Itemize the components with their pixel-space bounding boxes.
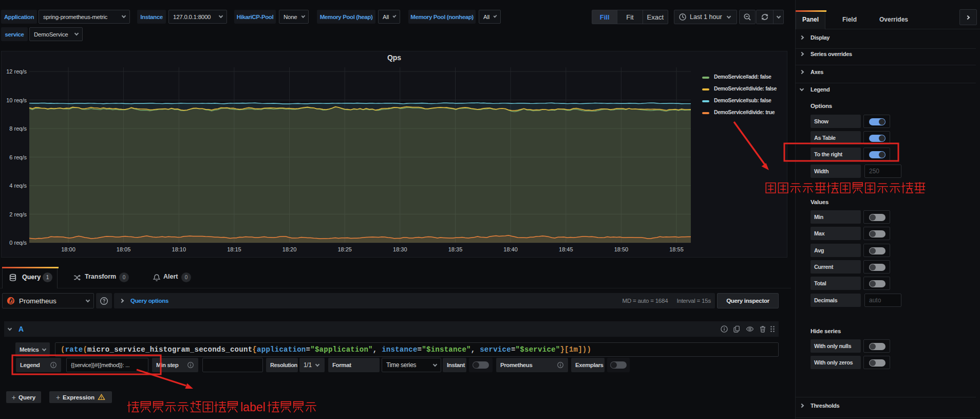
svg-text:18:00: 18:00 [61,246,76,252]
svg-text:18:50: 18:50 [614,246,629,252]
svg-text:18:35: 18:35 [448,246,463,252]
svg-text:4 req/s: 4 req/s [9,183,27,189]
svg-text:label: label [240,400,266,414]
svg-text:18:30: 18:30 [393,246,407,252]
svg-text:18:45: 18:45 [559,246,573,252]
svg-text:18:05: 18:05 [117,246,131,252]
svg-text:18:25: 18:25 [337,246,352,252]
svg-text:6 req/s: 6 req/s [9,154,27,160]
svg-text:18:40: 18:40 [503,246,518,252]
svg-text:0 req/s: 0 req/s [9,240,27,246]
svg-text:18:15: 18:15 [227,246,241,252]
svg-text:18:10: 18:10 [172,246,186,252]
svg-text:12 req/s: 12 req/s [6,68,27,75]
svg-text:18:55: 18:55 [669,246,684,252]
svg-text:8 req/s: 8 req/s [9,125,27,132]
svg-text:2 req/s: 2 req/s [9,211,27,217]
svg-text:18:20: 18:20 [282,246,297,252]
svg-text:10 req/s: 10 req/s [6,97,27,103]
